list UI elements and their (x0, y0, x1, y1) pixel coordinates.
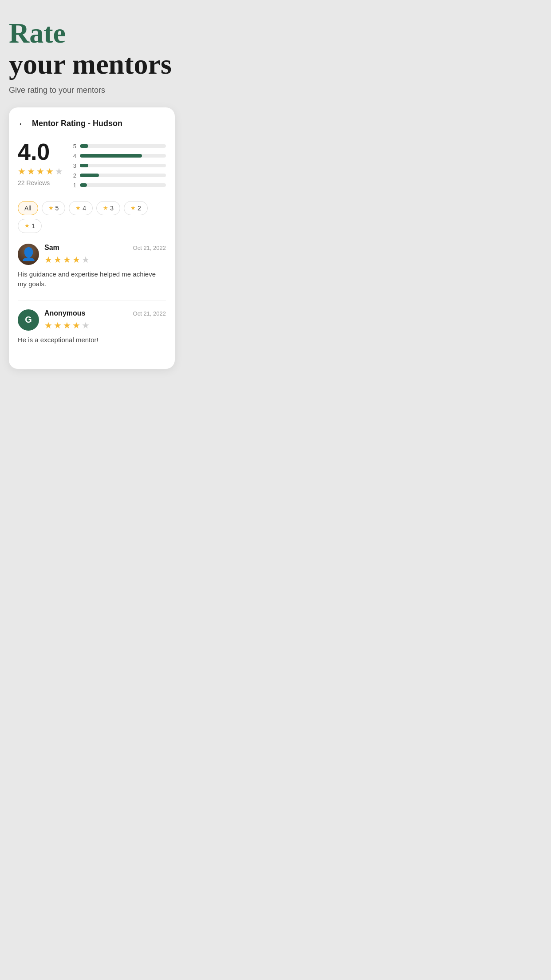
bar-track (80, 144, 166, 148)
star-icon: ★ (103, 205, 108, 211)
review-stars: ★★★★★ (44, 320, 90, 331)
review-stars: ★★★★★ (44, 254, 90, 265)
review-date: Oct 21, 2022 (133, 245, 166, 251)
star-filled: ★ (72, 254, 80, 265)
reviewer-name: Sam (44, 244, 90, 252)
review-item: G Anonymous ★★★★★ Oct 21, 2022 He is a e… (18, 309, 166, 345)
avatar: G (18, 309, 39, 331)
star-1: ★ (18, 166, 26, 177)
mentor-rating-card: ← Mentor Rating - Hudson 4.0 ★ ★ ★ ★ ★ 2… (9, 107, 175, 369)
bar-label: 1 (72, 182, 76, 189)
page-title-sub: your mentors (9, 49, 175, 80)
star-icon: ★ (48, 205, 54, 211)
bar-row: 5 (72, 143, 166, 150)
bar-row: 1 (72, 182, 166, 189)
star-empty: ★ (82, 254, 90, 265)
card-title: Mentor Rating - Hudson (32, 119, 122, 128)
page-subtitle: Give rating to your mentors (9, 86, 175, 95)
rating-overview: 4.0 ★ ★ ★ ★ ★ 22 Reviews 5 4 3 (18, 140, 166, 189)
review-text: He is a exceptional mentor! (18, 335, 166, 345)
star-filled: ★ (54, 254, 62, 265)
review-header: G Anonymous ★★★★★ Oct 21, 2022 (18, 309, 166, 331)
bar-row: 3 (72, 162, 166, 169)
star-3: ★ (36, 166, 44, 177)
review-header: 👤 Sam ★★★★★ Oct 21, 2022 (18, 244, 166, 265)
back-button[interactable]: ← (18, 118, 28, 130)
bar-fill (80, 164, 88, 167)
rating-number: 4.0 (18, 140, 63, 163)
rating-left: 4.0 ★ ★ ★ ★ ★ 22 Reviews (18, 140, 63, 186)
filter-btn-4[interactable]: ★4 (69, 201, 93, 215)
bar-track (80, 154, 166, 158)
star-filled: ★ (44, 320, 52, 331)
bar-label: 5 (72, 143, 76, 150)
reviewer-info: G Anonymous ★★★★★ (18, 309, 90, 331)
bar-track (80, 183, 166, 187)
bar-fill (80, 144, 88, 148)
star-filled: ★ (44, 254, 52, 265)
review-text: His guidance and expertise helped me ach… (18, 269, 166, 289)
reviewer-name: Anonymous (44, 309, 90, 317)
filter-btn-1[interactable]: ★1 (18, 219, 42, 233)
star-4: ★ (46, 166, 54, 177)
reviewer-info: 👤 Sam ★★★★★ (18, 244, 90, 265)
page-title-rate: Rate (9, 18, 175, 49)
filter-btn-3[interactable]: ★3 (96, 201, 120, 215)
bar-label: 4 (72, 153, 76, 159)
filter-btn-all[interactable]: All (18, 201, 38, 215)
bar-fill (80, 154, 142, 158)
review-date: Oct 21, 2022 (133, 310, 166, 317)
star-icon: ★ (130, 205, 136, 211)
star-2: ★ (27, 166, 35, 177)
bar-row: 4 (72, 153, 166, 159)
filter-btn-5[interactable]: ★5 (42, 201, 66, 215)
bar-track (80, 164, 166, 167)
filter-row: All★5★4★3★2★1 (18, 201, 166, 233)
star-filled: ★ (63, 320, 71, 331)
bar-label: 3 (72, 162, 76, 169)
reviews-count: 22 Reviews (18, 179, 63, 186)
bar-row: 2 (72, 172, 166, 179)
bar-label: 2 (72, 172, 76, 179)
reviews-list: 👤 Sam ★★★★★ Oct 21, 2022 His guidance an… (18, 244, 166, 345)
bar-track (80, 174, 166, 177)
star-5: ★ (55, 166, 63, 177)
star-filled: ★ (72, 320, 80, 331)
star-icon: ★ (24, 222, 30, 229)
divider (18, 300, 166, 300)
star-filled: ★ (54, 320, 62, 331)
card-header: ← Mentor Rating - Hudson (18, 118, 166, 130)
bar-fill (80, 174, 99, 177)
filter-btn-2[interactable]: ★2 (124, 201, 148, 215)
star-icon: ★ (75, 205, 81, 211)
star-empty: ★ (82, 320, 90, 331)
star-filled: ★ (63, 254, 71, 265)
review-item: 👤 Sam ★★★★★ Oct 21, 2022 His guidance an… (18, 244, 166, 289)
avatar: 👤 (18, 244, 39, 265)
bar-fill (80, 183, 87, 187)
bars-container: 5 4 3 2 1 (72, 140, 166, 189)
rating-stars: ★ ★ ★ ★ ★ (18, 166, 63, 177)
